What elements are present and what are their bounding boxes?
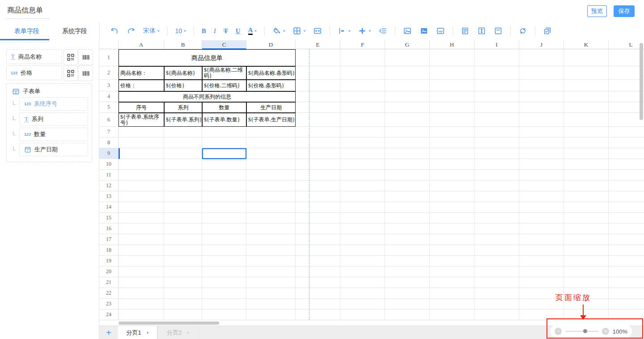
column-header-I[interactable]: I — [475, 40, 519, 49]
column-header-L[interactable]: L — [609, 40, 644, 49]
form-cell[interactable]: 序号 — [119, 102, 164, 113]
grid-cell[interactable] — [519, 159, 564, 170]
grid-cell[interactable] — [609, 148, 644, 159]
align-icon[interactable]: ▾ — [338, 26, 351, 35]
row-header-5[interactable]: 5 — [99, 102, 119, 113]
row-header-6[interactable]: 6 — [99, 113, 119, 127]
grid-cell[interactable] — [475, 148, 519, 159]
add-sheet-button[interactable]: + — [99, 326, 118, 339]
form-cell[interactable]: ${子表单.系列} — [164, 113, 202, 127]
image-filled-icon[interactable] — [419, 26, 428, 35]
row-header-13[interactable]: 13 — [99, 191, 119, 202]
form-cell[interactable]: ${价格.二维码} — [202, 80, 246, 91]
grid-cell[interactable] — [385, 113, 430, 127]
grid-cell[interactable] — [119, 223, 164, 234]
grid-cell[interactable] — [202, 309, 246, 320]
grid-cell[interactable] — [385, 91, 430, 102]
grid-cell[interactable] — [340, 66, 385, 80]
grid-cell[interactable] — [475, 113, 519, 127]
copy-check-icon[interactable] — [543, 26, 552, 35]
grid-cell[interactable] — [475, 159, 519, 170]
row-header-3[interactable]: 3 — [99, 80, 119, 91]
grid-cell[interactable] — [119, 180, 164, 191]
horizontal-scrollbar[interactable] — [119, 322, 219, 325]
grid-cell[interactable] — [609, 127, 644, 137]
grid-cell[interactable] — [385, 266, 430, 277]
grid-cell[interactable] — [164, 234, 202, 245]
grid-cell[interactable] — [519, 66, 564, 80]
grid-cell[interactable] — [119, 159, 164, 170]
grid-cell[interactable] — [164, 137, 202, 148]
grid-cell[interactable] — [564, 234, 609, 245]
grid-cell[interactable] — [164, 266, 202, 277]
grid-cell[interactable] — [119, 170, 164, 180]
grid-cell[interactable] — [475, 49, 519, 66]
grid-cell[interactable] — [164, 213, 202, 223]
row-header-2[interactable]: 2 — [99, 66, 119, 80]
row-header-9[interactable]: 9 — [99, 148, 119, 159]
grid-cell[interactable] — [609, 91, 644, 102]
grid-cell[interactable] — [296, 170, 340, 180]
grid-cell[interactable] — [119, 202, 164, 213]
grid-cell[interactable] — [609, 49, 644, 66]
grid-cell[interactable] — [340, 266, 385, 277]
grid-cell[interactable] — [202, 191, 246, 202]
subform-field-1[interactable]: L123系统序号 — [19, 97, 88, 111]
grid-cell[interactable] — [296, 102, 340, 113]
grid-cell[interactable] — [475, 102, 519, 113]
grid-cell[interactable] — [340, 127, 385, 137]
page-title[interactable]: 商品信息单 — [6, 6, 49, 19]
grid-cell[interactable] — [564, 245, 609, 256]
grid-cell[interactable] — [385, 277, 430, 288]
grid-cell[interactable] — [609, 213, 644, 223]
grid-cell[interactable] — [564, 223, 609, 234]
row-header-21[interactable]: 21 — [99, 277, 119, 288]
grid-cell[interactable] — [164, 245, 202, 256]
grid-cell[interactable] — [609, 170, 644, 180]
column-header-H[interactable]: H — [430, 40, 475, 49]
borders-icon[interactable]: ▾ — [292, 26, 305, 35]
grid-cell[interactable] — [430, 113, 475, 127]
form-cell[interactable]: 商品不同系列的信息 — [119, 91, 296, 102]
grid-cell[interactable] — [246, 309, 296, 320]
qrcode-button[interactable] — [63, 49, 78, 65]
grid-cell[interactable] — [164, 299, 202, 309]
grid-cell[interactable] — [246, 245, 296, 256]
grid-cell[interactable] — [475, 223, 519, 234]
grid-cell[interactable] — [119, 245, 164, 256]
row-header-22[interactable]: 22 — [99, 288, 119, 299]
column-header-K[interactable]: K — [564, 40, 609, 49]
grid-cell[interactable] — [519, 148, 564, 159]
grid-cell[interactable] — [340, 213, 385, 223]
grid-cell[interactable] — [475, 234, 519, 245]
field-item-price[interactable]: 123 价格 — [6, 65, 62, 80]
save-button[interactable]: 保存 — [614, 5, 635, 17]
column-header-J[interactable]: J — [519, 40, 564, 49]
grid-cell[interactable] — [385, 127, 430, 137]
grid-cell[interactable] — [164, 256, 202, 266]
row-header-23[interactable]: 23 — [99, 299, 119, 309]
grid-cell[interactable] — [519, 256, 564, 266]
grid-cell[interactable] — [385, 223, 430, 234]
grid-cell[interactable] — [430, 245, 475, 256]
grid-cell[interactable] — [202, 180, 246, 191]
column-header-F[interactable]: F — [340, 40, 385, 49]
grid-cell[interactable] — [296, 191, 340, 202]
column-header-C[interactable]: C — [202, 40, 246, 49]
grid-cell[interactable] — [296, 202, 340, 213]
grid-cell[interactable] — [296, 256, 340, 266]
grid-cell[interactable] — [430, 49, 475, 66]
grid-cell[interactable] — [475, 266, 519, 277]
grid-cell[interactable] — [246, 127, 296, 137]
field-item-product-name[interactable]: T 商品名称 — [6, 49, 62, 64]
preview-button[interactable]: 预览 — [587, 5, 607, 17]
grid-cell[interactable] — [246, 191, 296, 202]
grid-cell[interactable] — [519, 213, 564, 223]
grid-cell[interactable] — [385, 180, 430, 191]
grid-cell[interactable] — [164, 309, 202, 320]
grid-cell[interactable] — [340, 49, 385, 66]
grid-cell[interactable] — [119, 288, 164, 299]
grid-cell[interactable] — [430, 223, 475, 234]
grid-cell[interactable] — [164, 180, 202, 191]
grid-cell[interactable] — [385, 234, 430, 245]
